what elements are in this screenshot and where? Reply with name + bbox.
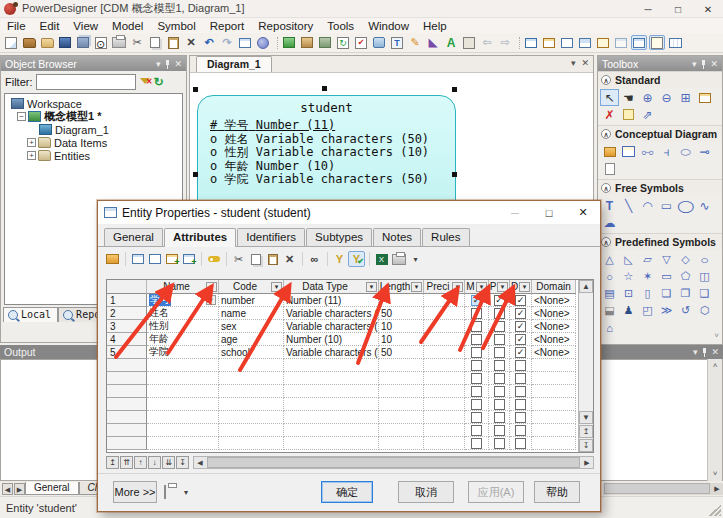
menu-file[interactable]: File	[0, 20, 33, 32]
loop-icon[interactable]: ↺	[676, 302, 695, 319]
column-header-primary[interactable]: P▼	[489, 280, 510, 294]
dialog-maximize-button[interactable]: □	[532, 201, 566, 225]
move-down-icon[interactable]: ↓	[148, 456, 161, 469]
print-icon[interactable]	[164, 486, 166, 498]
square3d-icon[interactable]: ❐	[676, 285, 695, 302]
selection-handle[interactable]	[193, 172, 198, 177]
row-number-cell[interactable]: 2	[107, 307, 147, 320]
output-tab-general[interactable]: General	[25, 482, 79, 495]
note-icon[interactable]	[619, 106, 638, 123]
row-number-cell[interactable]: 3	[107, 320, 147, 333]
scroll-page-down-icon[interactable]: ↧	[579, 439, 593, 452]
tab-general[interactable]: General	[104, 228, 163, 246]
tree-item-diagram[interactable]: Diagram_1	[9, 123, 182, 136]
tab-rules[interactable]: Rules	[422, 228, 469, 246]
scroll-down-icon[interactable]: ˅	[708, 467, 722, 481]
displayed-checkbox[interactable]: ✓	[515, 334, 526, 345]
cut-icon[interactable]: ✂	[129, 35, 145, 50]
add-row-icon[interactable]	[146, 251, 163, 267]
chevron-icon[interactable]: ≫	[657, 302, 676, 319]
tab-scroll-right-icon[interactable]: ▶	[14, 483, 25, 495]
cut-icon[interactable]: ✂	[230, 251, 247, 267]
output-vertical-scrollbar[interactable]: ˄ ˅	[707, 359, 722, 481]
move-down-more-icon[interactable]: ⇊	[162, 456, 175, 469]
ellipse-icon[interactable]: ◯	[673, 197, 698, 214]
selection-handle[interactable]	[452, 87, 457, 92]
folder-icon[interactable]	[39, 35, 55, 50]
displayed-cell[interactable]: ✓	[510, 346, 532, 359]
scroll-down-icon[interactable]: ▼	[579, 411, 593, 424]
domain-cell[interactable]: <None>	[532, 320, 576, 333]
collapse-section-icon[interactable]: ∧	[601, 183, 611, 193]
mandatory-cell[interactable]	[465, 307, 489, 320]
menu-report[interactable]: Report	[203, 20, 252, 32]
mandatory-checkbox[interactable]	[471, 334, 482, 345]
filter-input[interactable]	[36, 74, 136, 90]
column-header-data-type[interactable]: Data Type▼	[284, 280, 379, 294]
resize-grip[interactable]	[709, 504, 721, 516]
column-dropdown-icon[interactable]: ▼	[271, 282, 282, 292]
refresh-icon[interactable]: ↻	[335, 35, 351, 50]
tab-notes[interactable]: Notes	[373, 228, 421, 246]
column-dropdown-icon[interactable]: ▼	[452, 282, 463, 292]
insert-row-icon[interactable]	[129, 251, 146, 267]
empty-table-row[interactable]	[107, 411, 593, 424]
minimize-button[interactable]: ─	[633, 0, 663, 18]
column-dropdown-icon[interactable]: ▼	[497, 282, 508, 292]
expander-minus-icon[interactable]: −	[17, 112, 26, 121]
properties-icon[interactable]	[237, 35, 253, 50]
length-cell[interactable]	[379, 294, 424, 307]
dialog-close-button[interactable]: ✕	[566, 201, 600, 225]
tab-subtypes[interactable]: Subtypes	[306, 228, 372, 246]
collapse-section-icon[interactable]: ∧	[601, 237, 611, 247]
precision-cell[interactable]	[424, 333, 465, 346]
find-objects-icon[interactable]	[317, 35, 333, 50]
scroll-page-up-icon[interactable]: ↥	[579, 425, 593, 438]
toolbox-scroll-down-icon[interactable]: ˅	[714, 331, 719, 340]
tab-diagram-1[interactable]: Diagram_1	[196, 56, 272, 72]
triangle-icon[interactable]: △	[600, 251, 619, 268]
help-globe-icon[interactable]	[255, 35, 271, 50]
displayed-checkbox[interactable]: ✓	[515, 308, 526, 319]
add-rows-from-icon[interactable]	[180, 251, 197, 267]
layout-window-4-icon[interactable]	[577, 35, 593, 50]
delete-icon[interactable]: ✕	[183, 35, 199, 50]
help-button[interactable]: 帮助	[534, 481, 580, 503]
person-icon[interactable]: ♟	[619, 302, 638, 319]
table-vertical-scrollbar[interactable]: ▲ ▼ ↥ ↧	[578, 280, 593, 452]
move-up-more-icon[interactable]: ⇈	[120, 456, 133, 469]
save-icon[interactable]	[57, 35, 73, 50]
empty-table-row[interactable]	[107, 437, 593, 450]
collapse-section-icon[interactable]: ∧	[601, 129, 611, 139]
find-icon[interactable]: ∞	[306, 251, 323, 267]
scroll-up-icon[interactable]: ▲	[579, 280, 593, 293]
data-type-cell[interactable]: Variable characters (50)	[284, 346, 379, 359]
print-icon[interactable]	[390, 251, 407, 267]
displayed-checkbox[interactable]: ✓	[515, 347, 526, 358]
cube-icon[interactable]: ❏	[657, 285, 676, 302]
show-notes-icon[interactable]	[649, 35, 665, 50]
pin-icon[interactable]	[700, 348, 708, 356]
star-icon[interactable]: ☆	[619, 268, 638, 285]
data-type-cell[interactable]: Variable characters (50)	[284, 307, 379, 320]
panel-close-icon[interactable]: ✕	[711, 347, 719, 357]
empty-table-row[interactable]	[107, 398, 593, 411]
expander-plus-icon[interactable]: +	[27, 151, 36, 160]
empty-table-row[interactable]	[107, 359, 593, 372]
domain-cell[interactable]: <None>	[532, 346, 576, 359]
new-icon[interactable]	[3, 35, 19, 50]
polygon-icon[interactable]: ☁	[600, 214, 619, 231]
primary-cell[interactable]	[489, 333, 510, 346]
length-cell[interactable]: 50	[379, 307, 424, 320]
name-cell[interactable]: 学号▼	[147, 294, 219, 307]
code-cell[interactable]: name	[219, 307, 284, 320]
code-cell[interactable]: number	[219, 294, 284, 307]
menu-dropdown-icon[interactable]: ▾	[407, 251, 424, 267]
column-header-mandatory[interactable]: M▼	[465, 280, 489, 294]
menu-tools[interactable]: Tools	[320, 20, 361, 32]
scroll-right-icon[interactable]: ▶	[581, 459, 593, 467]
scroll-right-icon[interactable]: ▶	[711, 485, 723, 493]
key-identifier-icon[interactable]	[205, 251, 222, 267]
filter-apply-icon[interactable]: Y✔	[348, 251, 365, 267]
column-dropdown-icon[interactable]: ▼	[366, 282, 377, 292]
